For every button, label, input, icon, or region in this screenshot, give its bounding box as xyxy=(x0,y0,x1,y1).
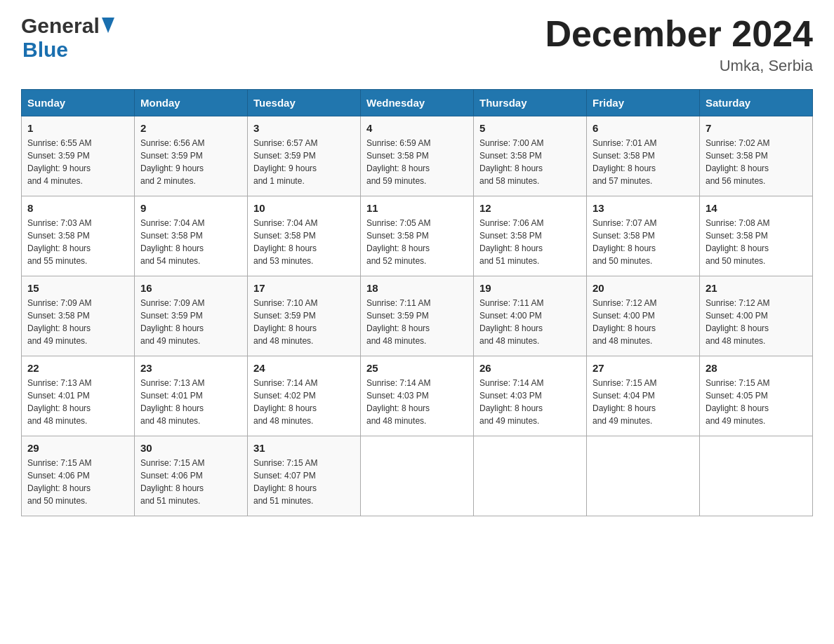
day-info: Sunrise: 7:07 AMSunset: 3:58 PMDaylight:… xyxy=(593,217,694,267)
title-section: December 2024 Umka, Serbia xyxy=(545,14,813,75)
day-info: Sunrise: 7:15 AMSunset: 4:04 PMDaylight:… xyxy=(593,377,694,427)
calendar-cell: 19Sunrise: 7:11 AMSunset: 4:00 PMDayligh… xyxy=(474,276,587,356)
calendar-cell: 28Sunrise: 7:15 AMSunset: 4:05 PMDayligh… xyxy=(700,356,813,436)
day-number: 22 xyxy=(27,362,128,374)
calendar-week-row: 29Sunrise: 7:15 AMSunset: 4:06 PMDayligh… xyxy=(22,436,813,516)
location-text: Umka, Serbia xyxy=(545,57,813,75)
calendar-cell: 26Sunrise: 7:14 AMSunset: 4:03 PMDayligh… xyxy=(474,356,587,436)
day-info: Sunrise: 6:55 AMSunset: 3:59 PMDaylight:… xyxy=(27,137,128,187)
logo-line-1: General xyxy=(21,14,114,38)
day-number: 17 xyxy=(253,282,355,294)
day-number: 15 xyxy=(27,282,128,294)
calendar-cell: 24Sunrise: 7:14 AMSunset: 4:02 PMDayligh… xyxy=(248,356,361,436)
day-info: Sunrise: 7:04 AMSunset: 3:58 PMDaylight:… xyxy=(253,217,355,267)
logo-general-text: General xyxy=(21,14,100,38)
weekday-header-row: SundayMondayTuesdayWednesdayThursdayFrid… xyxy=(22,90,813,116)
day-number: 31 xyxy=(253,442,355,454)
logo: General Blue xyxy=(21,14,114,62)
calendar-week-row: 22Sunrise: 7:13 AMSunset: 4:01 PMDayligh… xyxy=(22,356,813,436)
calendar-cell: 23Sunrise: 7:13 AMSunset: 4:01 PMDayligh… xyxy=(135,356,248,436)
day-number: 8 xyxy=(27,202,128,214)
calendar-cell: 8Sunrise: 7:03 AMSunset: 3:58 PMDaylight… xyxy=(22,196,135,276)
calendar-cell: 2Sunrise: 6:56 AMSunset: 3:59 PMDaylight… xyxy=(135,116,248,196)
day-info: Sunrise: 7:14 AMSunset: 4:02 PMDaylight:… xyxy=(253,377,355,427)
day-number: 23 xyxy=(140,362,241,374)
calendar-cell: 11Sunrise: 7:05 AMSunset: 3:58 PMDayligh… xyxy=(361,196,474,276)
day-number: 2 xyxy=(140,122,241,134)
calendar-cell: 14Sunrise: 7:08 AMSunset: 3:58 PMDayligh… xyxy=(700,196,813,276)
day-number: 30 xyxy=(140,442,241,454)
logo-blue-text: Blue xyxy=(22,38,68,62)
month-title: December 2024 xyxy=(545,14,813,54)
day-number: 18 xyxy=(366,282,468,294)
weekday-header-tuesday: Tuesday xyxy=(248,90,361,116)
day-info: Sunrise: 7:10 AMSunset: 3:59 PMDaylight:… xyxy=(253,297,355,347)
day-info: Sunrise: 7:04 AMSunset: 3:58 PMDaylight:… xyxy=(140,217,241,267)
day-info: Sunrise: 7:14 AMSunset: 4:03 PMDaylight:… xyxy=(366,377,468,427)
weekday-header-friday: Friday xyxy=(587,90,700,116)
day-number: 6 xyxy=(593,122,694,134)
day-info: Sunrise: 6:57 AMSunset: 3:59 PMDaylight:… xyxy=(253,137,355,187)
calendar-cell: 13Sunrise: 7:07 AMSunset: 3:58 PMDayligh… xyxy=(587,196,700,276)
calendar-cell: 17Sunrise: 7:10 AMSunset: 3:59 PMDayligh… xyxy=(248,276,361,356)
day-info: Sunrise: 7:13 AMSunset: 4:01 PMDaylight:… xyxy=(140,377,241,427)
calendar-cell: 27Sunrise: 7:15 AMSunset: 4:04 PMDayligh… xyxy=(587,356,700,436)
day-number: 5 xyxy=(479,122,581,134)
day-number: 16 xyxy=(140,282,241,294)
day-info: Sunrise: 7:09 AMSunset: 3:58 PMDaylight:… xyxy=(27,297,128,347)
calendar-cell: 31Sunrise: 7:15 AMSunset: 4:07 PMDayligh… xyxy=(248,436,361,516)
day-info: Sunrise: 7:15 AMSunset: 4:07 PMDaylight:… xyxy=(253,457,355,507)
day-info: Sunrise: 7:12 AMSunset: 4:00 PMDaylight:… xyxy=(706,297,807,347)
calendar-cell xyxy=(361,436,474,516)
weekday-header-saturday: Saturday xyxy=(700,90,813,116)
day-info: Sunrise: 7:15 AMSunset: 4:05 PMDaylight:… xyxy=(706,377,807,427)
day-info: Sunrise: 7:15 AMSunset: 4:06 PMDaylight:… xyxy=(140,457,241,507)
day-number: 11 xyxy=(366,202,468,214)
calendar-cell: 1Sunrise: 6:55 AMSunset: 3:59 PMDaylight… xyxy=(22,116,135,196)
day-info: Sunrise: 6:56 AMSunset: 3:59 PMDaylight:… xyxy=(140,137,241,187)
calendar-cell: 30Sunrise: 7:15 AMSunset: 4:06 PMDayligh… xyxy=(135,436,248,516)
day-info: Sunrise: 7:12 AMSunset: 4:00 PMDaylight:… xyxy=(593,297,694,347)
day-info: Sunrise: 7:01 AMSunset: 3:58 PMDaylight:… xyxy=(593,137,694,187)
calendar-cell: 18Sunrise: 7:11 AMSunset: 3:59 PMDayligh… xyxy=(361,276,474,356)
calendar-cell: 29Sunrise: 7:15 AMSunset: 4:06 PMDayligh… xyxy=(22,436,135,516)
day-number: 29 xyxy=(27,442,128,454)
day-info: Sunrise: 7:03 AMSunset: 3:58 PMDaylight:… xyxy=(27,217,128,267)
day-number: 19 xyxy=(479,282,581,294)
day-number: 24 xyxy=(253,362,355,374)
calendar-week-row: 1Sunrise: 6:55 AMSunset: 3:59 PMDaylight… xyxy=(22,116,813,196)
calendar-cell: 4Sunrise: 6:59 AMSunset: 3:58 PMDaylight… xyxy=(361,116,474,196)
day-number: 4 xyxy=(366,122,468,134)
calendar-cell: 16Sunrise: 7:09 AMSunset: 3:59 PMDayligh… xyxy=(135,276,248,356)
page-wrapper: General Blue December 2024 Umka, Serbia … xyxy=(21,14,813,516)
calendar-cell: 7Sunrise: 7:02 AMSunset: 3:58 PMDaylight… xyxy=(700,116,813,196)
day-number: 9 xyxy=(140,202,241,214)
calendar-cell: 15Sunrise: 7:09 AMSunset: 3:58 PMDayligh… xyxy=(22,276,135,356)
calendar-week-row: 15Sunrise: 7:09 AMSunset: 3:58 PMDayligh… xyxy=(22,276,813,356)
calendar-cell: 22Sunrise: 7:13 AMSunset: 4:01 PMDayligh… xyxy=(22,356,135,436)
calendar-cell: 20Sunrise: 7:12 AMSunset: 4:00 PMDayligh… xyxy=(587,276,700,356)
weekday-header-sunday: Sunday xyxy=(22,90,135,116)
day-info: Sunrise: 7:11 AMSunset: 3:59 PMDaylight:… xyxy=(366,297,468,347)
weekday-header-monday: Monday xyxy=(135,90,248,116)
calendar-cell xyxy=(587,436,700,516)
logo-line-2: Blue xyxy=(21,38,68,62)
calendar-cell: 6Sunrise: 7:01 AMSunset: 3:58 PMDaylight… xyxy=(587,116,700,196)
day-number: 27 xyxy=(593,362,694,374)
day-info: Sunrise: 7:05 AMSunset: 3:58 PMDaylight:… xyxy=(366,217,468,267)
day-info: Sunrise: 7:06 AMSunset: 3:58 PMDaylight:… xyxy=(479,217,581,267)
calendar-cell: 3Sunrise: 6:57 AMSunset: 3:59 PMDaylight… xyxy=(248,116,361,196)
calendar-cell: 9Sunrise: 7:04 AMSunset: 3:58 PMDaylight… xyxy=(135,196,248,276)
day-number: 14 xyxy=(706,202,807,214)
day-number: 10 xyxy=(253,202,355,214)
calendar-cell xyxy=(474,436,587,516)
logo-arrow-icon xyxy=(102,18,114,36)
day-info: Sunrise: 7:02 AMSunset: 3:58 PMDaylight:… xyxy=(706,137,807,187)
weekday-header-wednesday: Wednesday xyxy=(361,90,474,116)
day-number: 3 xyxy=(253,122,355,134)
day-number: 1 xyxy=(27,122,128,134)
day-info: Sunrise: 7:08 AMSunset: 3:58 PMDaylight:… xyxy=(706,217,807,267)
day-info: Sunrise: 7:11 AMSunset: 4:00 PMDaylight:… xyxy=(479,297,581,347)
day-number: 25 xyxy=(366,362,468,374)
svg-marker-0 xyxy=(102,18,114,33)
